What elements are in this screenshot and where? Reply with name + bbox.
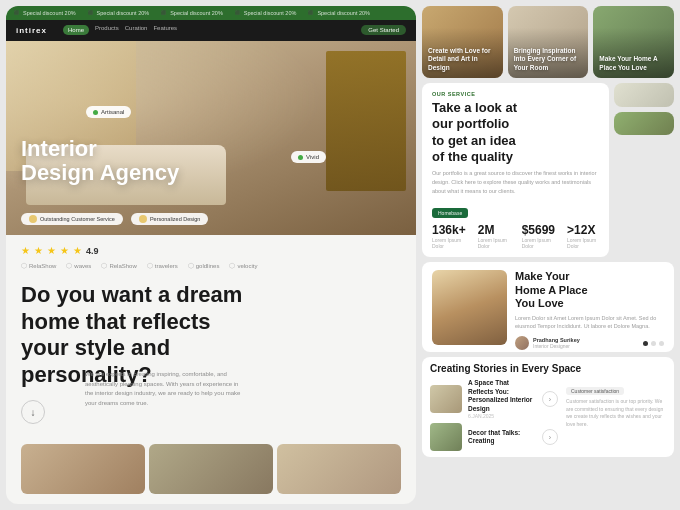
customer-description: Customer satisfaction is our top priorit…: [566, 398, 666, 428]
stat-value: >12X: [567, 223, 599, 237]
star-1: ★: [21, 245, 30, 256]
feature-title-line3: You Love: [515, 297, 664, 310]
hero-badge-service: Outstanding Customer Service: [21, 213, 123, 225]
stat-label: Lorem Ipsum Dolor: [478, 237, 510, 249]
story-info-1: A Space That Reflects You: Personalized …: [468, 379, 536, 419]
nav-link-curation[interactable]: Curation: [125, 25, 148, 35]
scroll-down-button[interactable]: ↓: [21, 400, 45, 424]
feature-nav-dots: [643, 341, 664, 346]
story-thumb-2: [430, 423, 462, 451]
feature-title: Make Your Home A Place You Love: [515, 270, 664, 310]
story-info-2: Decor that Talks: Creating: [468, 429, 536, 446]
portfolio-section: Our Service Take a look at our portfolio…: [422, 83, 609, 257]
brand-relashows: RelaShow: [21, 262, 56, 270]
preview-thumb-3: [277, 444, 401, 494]
tag-label: Vivid: [306, 154, 319, 160]
top-card-label-1: Create with Love for Detail and Art in D…: [428, 47, 497, 72]
author-avatar: [515, 336, 529, 350]
nav-link-home[interactable]: Home: [63, 25, 89, 35]
nav-logo: intirex: [16, 26, 47, 35]
nav-dot-3: [659, 341, 664, 346]
feature-description: Lorem Dolor sit Amet Lorem Ipsum Dolor s…: [515, 314, 664, 331]
hero-tag-vivid: Vivid: [291, 151, 326, 163]
feature-content: Make Your Home A Place You Love Lorem Do…: [515, 270, 664, 350]
hero-badge-design: Personalized Design: [131, 213, 208, 225]
story-arrow-2[interactable]: ›: [542, 429, 558, 445]
ticker-bar: Special discount 20% Special discount 20…: [6, 6, 416, 20]
story-arrow-1[interactable]: ›: [542, 391, 558, 407]
preview-thumb-1: [21, 444, 145, 494]
headline-line1: Do you want a dream: [21, 282, 401, 308]
top-card-1: Create with Love for Detail and Art in D…: [422, 6, 503, 78]
right-panel: Create with Love for Detail and Art in D…: [422, 6, 674, 504]
nav-dot-1: [643, 341, 648, 346]
ticker-item: Special discount 20%: [308, 10, 370, 16]
nav-link-products[interactable]: Products: [95, 25, 119, 35]
right-image-2: [614, 112, 674, 136]
top-cards-row: Create with Love for Detail and Art in D…: [422, 6, 674, 78]
customer-satisfaction-tag: Customer satisfaction: [566, 387, 624, 395]
ticker-item: Special discount 20%: [88, 10, 150, 16]
hero-bookshelf-decoration: [326, 51, 406, 191]
stories-content: A Space That Reflects You: Personalized …: [430, 379, 666, 451]
star-3: ★: [47, 245, 56, 256]
stats-row: 136k+ Lorem Ipsum Dolor 2M Lorem Ipsum D…: [432, 223, 599, 249]
nav-dot-2: [651, 341, 656, 346]
stories-left: A Space That Reflects You: Personalized …: [430, 379, 558, 451]
tag-label: Artisanal: [101, 109, 124, 115]
ticker-item: Special discount 20%: [235, 10, 297, 16]
stat-price: $5699 Lorem Ipsum Dolor: [522, 223, 555, 249]
stat-value: 2M: [478, 223, 510, 237]
feature-author: Pradhang Surikey Interior Designer: [515, 336, 664, 350]
brand-logos: RelaShow waves RelaShow travelers goldli…: [21, 262, 401, 270]
story-item-2: Decor that Talks: Creating ›: [430, 423, 558, 451]
story-thumb-1: [430, 385, 462, 413]
stories-title: Creating Stories in Every Space: [430, 363, 666, 374]
feature-title-line2: Home A Place: [515, 284, 664, 297]
chevron-down-icon: ↓: [31, 407, 36, 418]
nav-link-features[interactable]: Features: [153, 25, 177, 35]
story-heading-1: A Space That Reflects You: Personalized …: [468, 379, 536, 413]
hero-title-line1: Interior: [21, 137, 179, 161]
ticker-item: Special discount 20%: [14, 10, 76, 16]
portfolio-description: Our portfolio is a great source to disco…: [432, 169, 599, 195]
headline-line2: home that reflects: [21, 309, 401, 335]
ticker-item: Special discount 20%: [161, 10, 223, 16]
stat-projects: 2M Lorem Ipsum Dolor: [478, 223, 510, 249]
portfolio-headline: Take a look at our portfolio to get an i…: [432, 100, 599, 165]
get-started-button[interactable]: Get Started: [361, 25, 406, 35]
brand-waves: waves: [66, 262, 91, 270]
nav-links: Home Products Curation Features: [63, 25, 177, 35]
bottom-preview-thumbs: [21, 444, 401, 494]
feature-img-inner: [432, 270, 507, 345]
portfolio-headline-line1: Take a look at: [432, 100, 599, 116]
badge-icon: [139, 215, 147, 223]
stories-list: A Space That Reflects You: Personalized …: [430, 379, 558, 451]
brand-goldlines: goldlines: [188, 262, 220, 270]
top-card-2: Bringing Inspiration Into Every Corner o…: [508, 6, 589, 78]
author-role: Interior Designer: [533, 343, 580, 349]
hero-badges: Outstanding Customer Service Personalize…: [21, 213, 208, 225]
star-2: ★: [34, 245, 43, 256]
portfolio-headline-line4: of the quality: [432, 149, 599, 165]
left-panel: Special discount 20% Special discount 20…: [6, 6, 416, 504]
star-4: ★: [60, 245, 69, 256]
hero-title-line2: Design Agency: [21, 161, 179, 185]
right-image-1: [614, 83, 674, 107]
right-images: [614, 83, 674, 135]
story-date-1: 6.JAN.2025: [468, 413, 536, 419]
hero-section: Artisanal Vivid Interior Design Agency O…: [6, 41, 416, 235]
homebase-tag: Homebase: [432, 208, 468, 218]
brand-relashow2: RelaShow: [101, 262, 136, 270]
story-heading-2: Decor that Talks: Creating: [468, 429, 536, 446]
tag-dot: [93, 110, 98, 115]
brand-velocity: velocity: [229, 262, 257, 270]
rating-row: ★ ★ ★ ★ ★ 4.9: [21, 245, 401, 256]
navbar: intirex Home Products Curation Features …: [6, 20, 416, 41]
feature-image: [432, 270, 507, 345]
section-tag: Our Service: [432, 91, 599, 97]
headline-line3: your style and: [21, 335, 401, 361]
author-info: Pradhang Surikey Interior Designer: [533, 337, 580, 349]
badge-label: Personalized Design: [150, 216, 200, 222]
stat-clients: 136k+ Lorem Ipsum Dolor: [432, 223, 466, 249]
